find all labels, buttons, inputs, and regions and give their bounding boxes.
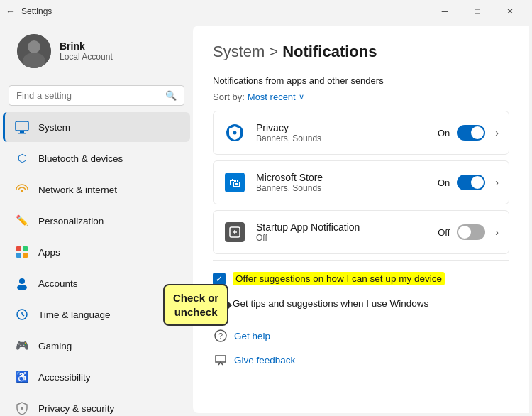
- store-notif-sub: Banners, Sounds: [256, 183, 438, 193]
- privacy-status: On: [438, 128, 450, 138]
- store-status: On: [438, 177, 450, 188]
- sidebar-item-system[interactable]: System: [3, 112, 190, 142]
- content-area: Brink Local Account 🔍 System ⬡ Bluetooth…: [0, 23, 532, 416]
- sidebar-label-gaming: Gaming: [38, 341, 72, 351]
- privacy-toggle[interactable]: [457, 125, 485, 141]
- settings-window: ← Settings ─ □ ✕ Brink: [0, 0, 532, 416]
- notification-card-store: 🛍 Microsoft Store Banners, Sounds On ›: [213, 160, 509, 204]
- callout-line1: Check or: [173, 292, 218, 304]
- startup-toggle[interactable]: [457, 224, 485, 240]
- startup-notif-name: Startup App Notification: [256, 221, 438, 233]
- store-notif-info: Microsoft Store Banners, Sounds: [256, 172, 438, 193]
- sidebar-item-accounts[interactable]: Accounts: [3, 268, 190, 298]
- startup-status: Off: [438, 227, 450, 238]
- breadcrumb-current: Notifications: [282, 43, 377, 61]
- window-title: Settings: [21, 6, 52, 16]
- sort-chevron-icon[interactable]: ∨: [299, 92, 304, 102]
- sidebar-label-accounts: Accounts: [38, 278, 78, 289]
- title-bar-controls: ─ □ ✕: [428, 0, 526, 23]
- svg-rect-5: [18, 133, 26, 134]
- minimize-button[interactable]: ─: [428, 0, 461, 23]
- sidebar-label-apps: Apps: [38, 247, 60, 258]
- give-feedback-icon: [213, 352, 228, 368]
- svg-text:🛍: 🛍: [229, 177, 240, 189]
- checkbox-check-icon: ✓: [216, 274, 223, 284]
- checkbox-row-offer[interactable]: ✓ Offer suggestions on how I can set up …: [213, 266, 509, 291]
- privacy-notif-right: On ›: [438, 125, 499, 141]
- section-label: Notifications from apps and other sender…: [213, 75, 509, 86]
- store-toggle[interactable]: [457, 175, 485, 190]
- user-section[interactable]: Brink Local Account: [6, 26, 187, 77]
- sidebar-item-privacy[interactable]: Privacy & security: [3, 393, 190, 416]
- privacy-notif-sub: Banners, Sounds: [256, 133, 438, 143]
- sort-row: Sort by: Most recent ∨: [213, 92, 509, 102]
- page-header: System > Notifications: [213, 43, 509, 61]
- gaming-icon: 🎮: [14, 338, 30, 354]
- sidebar-item-apps[interactable]: Apps: [3, 237, 190, 267]
- search-input[interactable]: [16, 90, 165, 101]
- user-name: Brink: [60, 40, 113, 52]
- sidebar: Brink Local Account 🔍 System ⬡ Bluetooth…: [0, 23, 193, 416]
- get-help-icon: ?: [213, 328, 228, 344]
- startup-chevron-icon[interactable]: ›: [495, 226, 499, 238]
- svg-line-15: [22, 314, 24, 316]
- sidebar-label-network: Network & internet: [38, 185, 117, 195]
- sidebar-item-network[interactable]: Network & internet: [3, 175, 190, 204]
- divider: [213, 260, 509, 261]
- svg-point-12: [17, 285, 27, 290]
- bottom-links: ? Get help Give feedback: [213, 324, 509, 372]
- sidebar-label-personalization: Personalization: [38, 216, 104, 226]
- sidebar-label-privacy: Privacy & security: [38, 403, 114, 414]
- breadcrumb-parent: System: [213, 43, 265, 61]
- sidebar-item-time[interactable]: Time & language: [3, 300, 190, 329]
- breadcrumb: System > Notifications: [213, 43, 509, 61]
- network-icon: [14, 182, 30, 197]
- sort-label: Sort by:: [213, 92, 245, 102]
- startup-notif-right: Off ›: [438, 224, 499, 240]
- search-box[interactable]: 🔍: [9, 85, 184, 106]
- get-help-link[interactable]: ? Get help: [213, 324, 509, 348]
- title-bar-left: ← Settings: [6, 6, 52, 17]
- svg-rect-4: [20, 131, 24, 133]
- avatar: [17, 34, 51, 68]
- sidebar-item-gaming[interactable]: 🎮 Gaming: [3, 331, 190, 361]
- maximize-button[interactable]: □: [461, 0, 494, 23]
- sidebar-item-personalization[interactable]: ✏️ Personalization: [3, 206, 190, 236]
- sidebar-label-accessibility: Accessibility: [38, 372, 91, 383]
- search-icon: 🔍: [165, 90, 177, 101]
- sidebar-label-time: Time & language: [38, 310, 111, 320]
- svg-rect-8: [23, 246, 28, 251]
- store-app-icon: 🛍: [223, 171, 246, 194]
- close-button[interactable]: ✕: [494, 0, 526, 23]
- privacy-chevron-icon[interactable]: ›: [495, 127, 499, 138]
- sort-value[interactable]: Most recent: [248, 92, 296, 102]
- svg-point-11: [19, 278, 25, 284]
- privacy-notif-info: Privacy Banners, Sounds: [256, 122, 438, 143]
- svg-point-1: [28, 40, 40, 53]
- callout-bubble: Check or uncheck: [163, 284, 228, 326]
- title-bar: ← Settings ─ □ ✕: [0, 0, 532, 23]
- sidebar-item-bluetooth[interactable]: ⬡ Bluetooth & devices: [3, 143, 190, 173]
- startup-notif-info: Startup App Notification Off: [256, 221, 438, 243]
- svg-point-19: [233, 131, 237, 135]
- startup-app-icon: [223, 221, 246, 243]
- svg-rect-10: [23, 253, 28, 258]
- callout-line2: uncheck: [174, 306, 218, 318]
- store-notif-right: On ›: [438, 175, 499, 190]
- sidebar-label-bluetooth: Bluetooth & devices: [38, 153, 123, 164]
- store-chevron-icon[interactable]: ›: [495, 177, 499, 188]
- notification-card-privacy: Privacy Banners, Sounds On ›: [213, 111, 509, 155]
- back-icon[interactable]: ←: [6, 6, 16, 17]
- svg-point-6: [21, 190, 23, 192]
- sidebar-item-accessibility[interactable]: ♿ Accessibility: [3, 362, 190, 392]
- sidebar-label-system: System: [38, 122, 70, 133]
- give-feedback-link[interactable]: Give feedback: [213, 348, 509, 372]
- user-info: Brink Local Account: [60, 40, 113, 62]
- notification-card-startup: Startup App Notification Off Off ›: [213, 210, 509, 254]
- system-icon: [14, 119, 30, 135]
- tips-suggestions-label: Get tips and suggestions when I use Wind…: [233, 298, 428, 309]
- checkbox-row-tips[interactable]: ✓ Get tips and suggestions when I use Wi…: [213, 291, 509, 315]
- store-notif-name: Microsoft Store: [256, 172, 438, 183]
- svg-rect-7: [16, 246, 21, 251]
- offer-suggestions-checkbox[interactable]: ✓: [213, 273, 226, 285]
